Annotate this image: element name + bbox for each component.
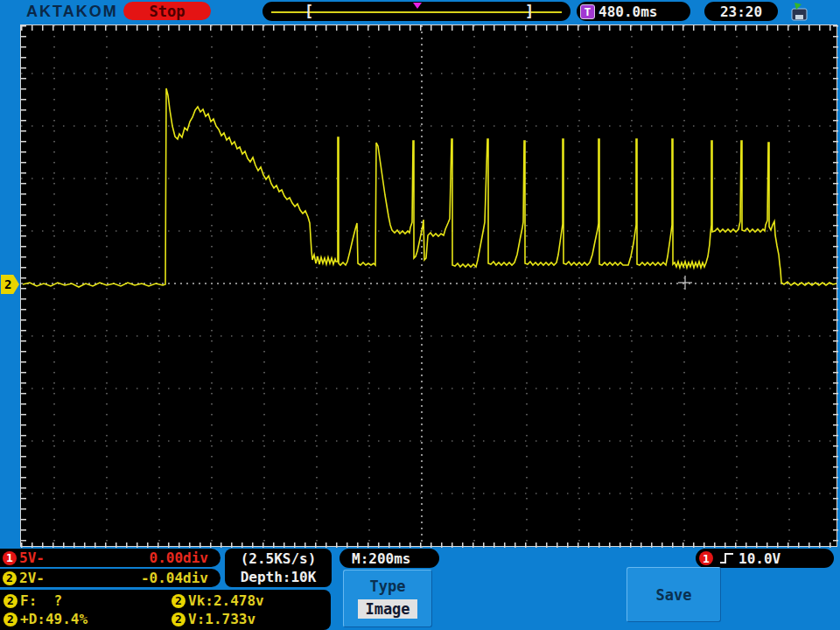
window-right-bracket: ] (525, 3, 534, 20)
timebase-badge: M:200ms (340, 549, 439, 568)
trigger-time-badge: T 480.0ms (577, 2, 690, 21)
bottom-status-bar: 1 5V- 0.00div 2 2V- -0.04div (2.5KS/s) D… (0, 547, 840, 630)
usb-disk-icon (788, 2, 810, 23)
ch2-scale: 2V- (19, 570, 45, 586)
measurement-ch-badge: 2 (4, 594, 18, 608)
trigger-level-badge: 1 10.0V (696, 549, 834, 568)
clock-value: 23:20 (720, 4, 762, 20)
measurement-ch-badge: 2 (172, 612, 186, 626)
measurement-text: +D:49.4% (20, 611, 88, 627)
measurement-duty: 2 +D:49.4% (4, 611, 172, 627)
ch2-position-marker: 2 (1, 275, 19, 294)
scope-display (20, 24, 837, 547)
measurement-frequency: 2 F: ? (4, 592, 172, 609)
measurement-v: 2 V:1.733v (172, 611, 327, 627)
ch2-offset: -0.04div (141, 570, 208, 586)
ch2-info-row: 2 2V- -0.04div (0, 569, 220, 587)
run-state-badge: Stop (123, 2, 211, 20)
waveform-plot (21, 25, 838, 548)
save-button[interactable]: Save (626, 567, 721, 622)
measurement-ch-badge: 2 (4, 612, 18, 626)
type-selected-value[interactable]: Image (358, 599, 416, 619)
ch2-badge: 2 (3, 571, 17, 585)
ch1-offset: 0.00div (150, 550, 208, 566)
waveform-trace (23, 88, 836, 287)
window-left-bracket: [ (304, 3, 313, 20)
ch2-marker-label: 2 (4, 277, 11, 291)
type-button[interactable]: Type Image (343, 570, 432, 627)
run-state-label: Stop (150, 3, 186, 20)
timebase-value: M:200ms (352, 550, 410, 567)
record-depth: Depth:10K (241, 569, 317, 585)
save-button-label: Save (656, 586, 692, 604)
ch1-info-row: 1 5V- 0.00div (0, 549, 220, 567)
ch1-badge: 1 (3, 551, 17, 565)
trigger-level-value: 10.0V (738, 550, 780, 567)
measurement-ch-badge: 2 (172, 594, 186, 608)
rising-edge-icon (719, 551, 735, 565)
brand-logo: AKTAKOM (26, 3, 118, 21)
measurement-text: V:1.733v (188, 611, 256, 627)
trigger-position-marker-icon (413, 3, 422, 9)
trigger-position-bar: [ ] (262, 2, 570, 21)
measurement-text: Vk:2.478v (188, 592, 264, 609)
clock-badge: 23:20 (704, 2, 778, 21)
type-button-label: Type (370, 578, 406, 595)
measurements-panel: 2 F: ? 2 Vk:2.478v 2 +D:49.4% 2 V:1.733v (0, 590, 331, 630)
ch1-scale: 5V- (19, 550, 45, 566)
measurement-text: F: ? (20, 592, 62, 609)
record-window-line (271, 11, 562, 13)
trigger-source-badge: 1 (699, 551, 713, 565)
trigger-t-icon: T (580, 4, 595, 19)
trigger-time-value: 480.0ms (598, 4, 657, 20)
acquisition-panel: (2.5KS/s) Depth:10K (225, 549, 332, 587)
top-status-bar: AKTAKOM Stop [ ] T 480.0ms 23:20 (0, 0, 840, 24)
sample-rate: (2.5KS/s) (241, 550, 317, 567)
measurement-vk: 2 Vk:2.478v (172, 592, 327, 609)
